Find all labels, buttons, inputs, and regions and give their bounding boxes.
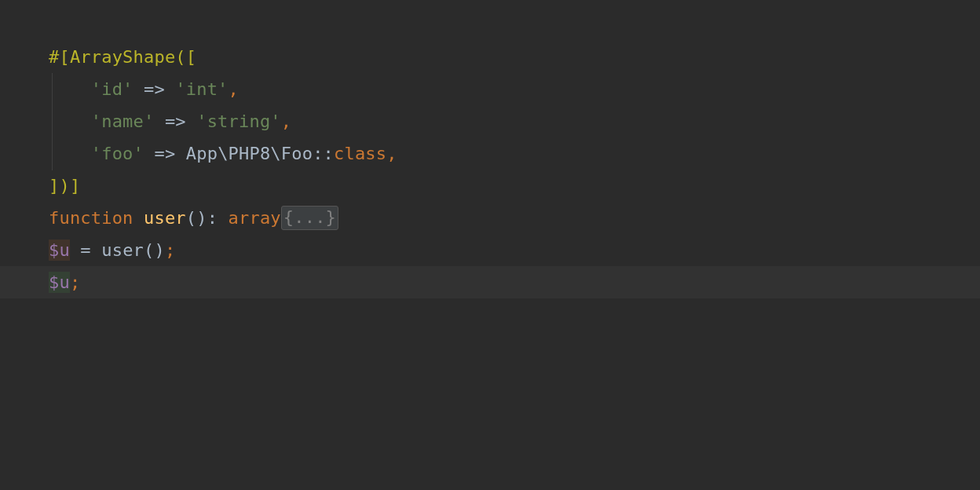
- code-editor[interactable]: #[ArrayShape([ 'id' => 'int', 'name' => …: [0, 0, 980, 298]
- variable-name: u: [59, 272, 69, 293]
- class-reference: App\PHP8\Foo: [186, 144, 313, 163]
- code-line-current[interactable]: $u;: [0, 266, 980, 298]
- string-literal: 'name': [91, 112, 155, 131]
- variable-sigil: $: [49, 272, 59, 293]
- string-literal: 'foo': [91, 144, 144, 163]
- semicolon: ;: [70, 272, 80, 292]
- code-line[interactable]: ])]: [0, 170, 980, 202]
- attribute-paren: ([: [175, 47, 196, 67]
- attribute-open: #[: [49, 47, 70, 67]
- arrow-operator: =>: [154, 112, 196, 131]
- attribute-close: ])]: [49, 176, 80, 196]
- code-line[interactable]: #[ArrayShape([: [0, 41, 980, 73]
- attribute-name: ArrayShape: [70, 47, 175, 67]
- string-literal: 'string': [196, 112, 281, 131]
- function-signature: ():: [186, 208, 229, 228]
- code-line[interactable]: $u = user();: [0, 234, 980, 266]
- function-call: user: [101, 240, 144, 260]
- comma: ,: [386, 144, 397, 163]
- return-type: array: [229, 208, 281, 228]
- comma: ,: [229, 79, 239, 99]
- code-fold-icon[interactable]: {...}: [281, 206, 338, 230]
- string-literal: 'int': [175, 79, 228, 99]
- variable-name: u: [59, 240, 69, 261]
- class-keyword: class: [334, 144, 386, 163]
- assignment-operator: =: [70, 240, 101, 260]
- code-line[interactable]: 'name' => 'string',: [0, 105, 980, 137]
- comma: ,: [281, 112, 291, 131]
- function-name: user: [144, 208, 186, 228]
- variable-sigil: $: [49, 240, 59, 261]
- code-line[interactable]: function user(): array{...}: [0, 202, 980, 234]
- call-parens: (): [144, 240, 165, 260]
- code-line[interactable]: 'id' => 'int',: [0, 73, 980, 105]
- function-keyword: function: [49, 208, 144, 228]
- arrow-operator: =>: [133, 79, 176, 99]
- semicolon: ;: [165, 240, 175, 260]
- string-literal: 'id': [91, 79, 133, 99]
- code-line[interactable]: 'foo' => App\PHP8\Foo::class,: [0, 137, 980, 170]
- arrow-operator: =>: [144, 144, 186, 163]
- double-colon: ::: [313, 144, 334, 163]
